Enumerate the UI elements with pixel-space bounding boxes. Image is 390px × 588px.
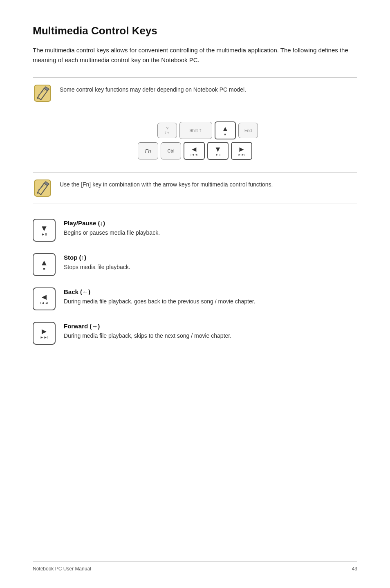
footer: Notebook PC User Manual 43 [33,561,357,572]
feature-desc-play-pause: Play/Pause (↓) Begins or pauses media fi… [64,219,357,237]
note-icon-2 [33,178,52,198]
feature-desc-stop: Stop (↑) Stops media file playback. [64,253,357,272]
feature-body-play-pause: Begins or pauses media file playback. [64,228,357,237]
key-ctrl: Ctrl [161,142,181,159]
intro-paragraph: The multimedia control keys allows for c… [33,45,357,65]
key-icon-forward: ► ►►I [33,322,56,345]
note-text-1: Some control key functions may defer dep… [60,83,246,94]
feature-stop: ▲ ■ Stop (↑) Stops media file playback. [33,253,357,276]
feature-body-forward: During media file playback, skips to the… [64,331,357,340]
feature-play-pause: ▼ ►II Play/Pause (↓) Begins or pauses me… [33,219,357,242]
feature-title-back: Back (←) [64,288,357,295]
feature-desc-forward: Forward (→) During media file playback, … [64,322,357,340]
footer-page-number: 43 [352,566,357,572]
footer-left-text: Notebook PC User Manual [33,566,91,572]
page-title: Multimedia Control Keys [33,25,357,37]
feature-list: ▼ ►II Play/Pause (↓) Begins or pauses me… [33,219,357,345]
key-up-arrow: ▲ ■ [215,121,236,139]
keyboard-row-1: ? / + Shift ⇧ ▲ ■ End [132,121,258,139]
keyboard-diagram: ? / + Shift ⇧ ▲ ■ End Fn Ctrl ◄ [33,121,357,160]
key-slash: ? / + [157,123,177,138]
feature-body-back: During media file playback, goes back to… [64,297,357,306]
feature-desc-back: Back (←) During media file playback, goe… [64,287,357,306]
key-icon-play-pause: ▼ ►II [33,219,56,242]
note-box-2: Use the [Fn] key in combination with the… [33,172,357,204]
key-icon-back: ◄ I◄◄ [33,287,56,310]
note-icon-1 [33,83,52,103]
feature-title-play-pause: Play/Pause (↓) [64,220,357,227]
note-text-2: Use the [Fn] key in combination with the… [60,178,273,189]
key-fn: Fn [138,142,158,159]
feature-back: ◄ I◄◄ Back (←) During media file playbac… [33,287,357,310]
feature-title-forward: Forward (→) [64,323,357,330]
feature-title-stop: Stop (↑) [64,254,357,261]
feature-forward: ► ►►I Forward (→) During media file play… [33,322,357,345]
key-end: End [238,123,258,138]
note-box-1: Some control key functions may defer dep… [33,77,357,109]
key-icon-stop: ▲ ■ [33,253,56,276]
feature-body-stop: Stops media file playback. [64,263,357,272]
key-left-arrow: ◄ I◄◄ [184,142,205,160]
key-shift: Shift ⇧ [179,122,212,139]
key-down-arrow: ▼ ►II [207,142,229,160]
key-right-arrow: ► ►►I [231,142,252,160]
page-container: Multimedia Control Keys The multimedia c… [0,0,390,394]
keyboard-row-2: Fn Ctrl ◄ I◄◄ ▼ ►II ► ►►I [138,142,252,160]
